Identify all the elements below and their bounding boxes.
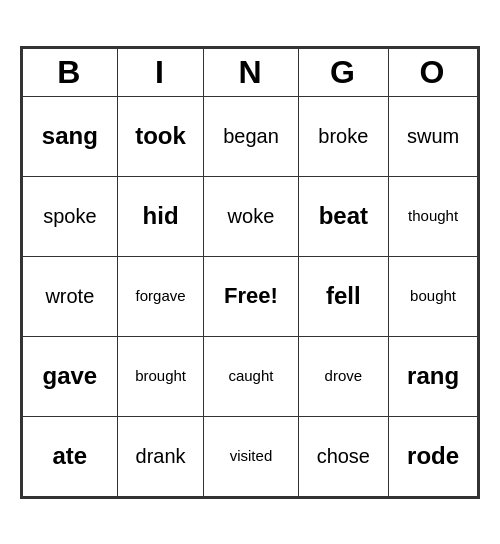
list-item: forgave	[117, 256, 204, 336]
list-item: thought	[389, 176, 478, 256]
list-item: spoke	[23, 176, 118, 256]
list-item: brought	[117, 336, 204, 416]
table-row: gavebroughtcaughtdroverang	[23, 336, 478, 416]
list-item: woke	[204, 176, 298, 256]
list-item: sang	[23, 96, 118, 176]
list-item: broke	[298, 96, 389, 176]
list-item: rang	[389, 336, 478, 416]
list-item: swum	[389, 96, 478, 176]
list-item: drank	[117, 416, 204, 496]
list-item: began	[204, 96, 298, 176]
list-item: wrote	[23, 256, 118, 336]
table-row: atedrankvisitedchoserode	[23, 416, 478, 496]
list-item: took	[117, 96, 204, 176]
list-item: caught	[204, 336, 298, 416]
list-item: bought	[389, 256, 478, 336]
table-row: sangtookbeganbrokeswum	[23, 96, 478, 176]
list-item: Free!	[204, 256, 298, 336]
header-i: I	[117, 48, 204, 96]
list-item: visited	[204, 416, 298, 496]
list-item: beat	[298, 176, 389, 256]
bingo-body: sangtookbeganbrokeswumspokehidwokebeatth…	[23, 96, 478, 496]
list-item: fell	[298, 256, 389, 336]
table-row: wroteforgaveFree!fellbought	[23, 256, 478, 336]
list-item: drove	[298, 336, 389, 416]
header-g: G	[298, 48, 389, 96]
table-row: spokehidwokebeatthought	[23, 176, 478, 256]
list-item: hid	[117, 176, 204, 256]
header-n: N	[204, 48, 298, 96]
list-item: rode	[389, 416, 478, 496]
header-b: B	[23, 48, 118, 96]
list-item: ate	[23, 416, 118, 496]
bingo-header-row: B I N G O	[23, 48, 478, 96]
header-o: O	[389, 48, 478, 96]
list-item: chose	[298, 416, 389, 496]
list-item: gave	[23, 336, 118, 416]
bingo-card: B I N G O sangtookbeganbrokeswumspokehid…	[20, 46, 480, 499]
